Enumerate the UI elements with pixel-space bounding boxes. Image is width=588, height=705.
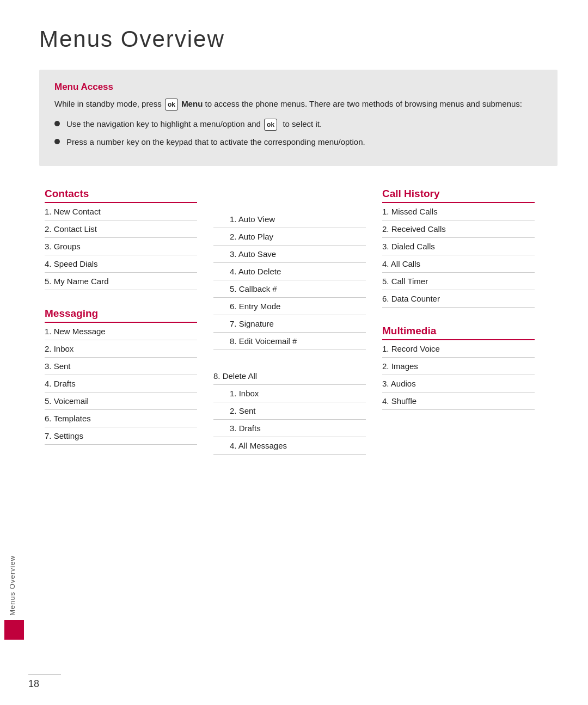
col-right: Call History 1. Missed Calls 2. Received… [382,188,535,472]
list-item: 2. Auto Play [213,228,366,246]
section-messaging: Messaging 1. New Message 2. Inbox 3. Sen… [45,308,197,445]
list-item: 2. Sent [213,402,366,420]
list-item: 4. Shuffle [382,393,535,410]
list-item: 5. Call Timer [382,273,535,290]
list-item: 1. Record Voice [382,340,535,358]
menus-grid: Contacts 1. New Contact 2. Contact List … [45,188,558,472]
list-item: 2. Inbox [45,340,197,358]
list-item: 5. Callback # [213,280,366,298]
page-wrapper: Menus Overview Menus Overview Menu Acces… [0,0,588,705]
bullet-item-1: Use the navigation key to highlight a me… [54,118,542,131]
list-item: 2. Received Calls [382,220,535,238]
menu-label: Menu [181,99,203,108]
list-item: 3. Groups [45,238,197,255]
multimedia-title: Multimedia [382,325,535,340]
list-item: 6. Data Counter [382,290,535,308]
page-number: 18 [28,678,39,690]
list-item: 2. Contact List [45,220,197,238]
menu-access-title: Menu Access [54,82,542,93]
section-middle-top: 1. Auto View 2. Auto Play 3. Auto Save 4… [213,211,366,350]
list-item: 7. Signature [213,315,366,333]
bottom-line [28,674,61,675]
section-contacts: Contacts 1. New Contact 2. Contact List … [45,188,197,290]
list-item: 3. Audios [382,375,535,393]
list-item: 4. All Calls [382,255,535,273]
col-left: Contacts 1. New Contact 2. Contact List … [45,188,197,472]
ok-icon-2: ok [264,119,277,131]
main-content: Menus Overview Menu Access While in stan… [28,0,588,705]
messaging-title: Messaging [45,308,197,323]
ok-icon-1: ok [165,99,178,111]
bullet-item-2: Press a number key on the keypad that to… [54,136,542,149]
list-item: 5. My Name Card [45,273,197,290]
list-item: 5. Voicemail [45,393,197,410]
section-delete-all: 8. Delete All 1. Inbox 2. Sent 3. Drafts… [213,367,366,455]
menu-access-body: While in standby mode, press ok Menu to … [54,98,542,111]
contacts-title: Contacts [45,188,197,203]
call-history-title: Call History [382,188,535,203]
list-item: 8. Delete All [213,367,366,385]
list-item: 3. Sent [45,358,197,375]
list-item: 4. Auto Delete [213,263,366,280]
bullet-text-2: Press a number key on the keypad that to… [66,136,365,149]
list-item: 6. Entry Mode [213,298,366,315]
bullet-list: Use the navigation key to highlight a me… [54,118,542,149]
sidebar-label: Menus Overview [8,555,16,616]
list-item: 4. Drafts [45,375,197,393]
menu-access-box: Menu Access While in standby mode, press… [39,70,558,166]
list-item: 8. Edit Voicemail # [213,333,366,350]
list-item: 2. Images [382,358,535,375]
bullet-text-1: Use the navigation key to highlight a me… [66,118,322,131]
sidebar-bar [4,620,24,640]
list-item: 1. New Message [45,323,197,340]
menu-access-body-pre: While in standby mode, press [54,99,162,108]
list-item: 4. Speed Dials [45,255,197,273]
list-item: 3. Drafts [213,420,366,437]
sidebar: Menus Overview [0,0,28,705]
list-item: 4. All Messages [213,437,366,455]
col-middle: 1. Auto View 2. Auto Play 3. Auto Save 4… [213,188,366,472]
page-title: Menus Overview [39,26,558,52]
list-item: 1. New Contact [45,203,197,220]
list-item: 6. Templates [45,410,197,427]
bullet-dot-2 [54,139,60,144]
bullet-dot-1 [54,121,60,126]
list-item: 3. Dialed Calls [382,238,535,255]
section-call-history: Call History 1. Missed Calls 2. Received… [382,188,535,308]
list-item: 1. Inbox [213,385,366,402]
list-item: 1. Auto View [213,211,366,228]
section-multimedia: Multimedia 1. Record Voice 2. Images 3. … [382,325,535,410]
list-item: 3. Auto Save [213,246,366,263]
sidebar-label-wrapper: Menus Overview [0,555,24,640]
list-item: 1. Missed Calls [382,203,535,220]
list-item: 7. Settings [45,427,197,445]
